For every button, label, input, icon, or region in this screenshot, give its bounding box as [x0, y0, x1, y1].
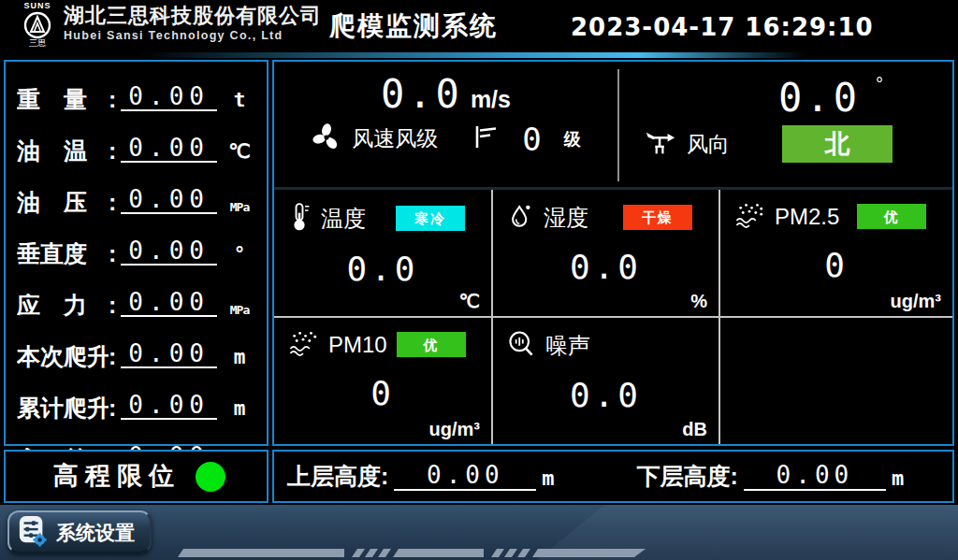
elevation-limit-panel: 高程限位 — [4, 450, 269, 503]
status-badge: 寒冷 — [396, 206, 465, 231]
wind-speed-sub: 风速风级 0 级 — [274, 122, 617, 156]
measure-value: 0.00 — [121, 187, 217, 214]
measure-value: 0.00 — [121, 341, 217, 368]
settings-button-label: 系统设置 — [56, 523, 135, 542]
sensor-cell-pm25: PM2.5 优 0 ug/m³ — [720, 190, 952, 316]
colon: : — [731, 465, 738, 491]
measure-unit: ℃ — [222, 142, 257, 163]
wind-direction-sub: 风向 北 — [619, 125, 952, 163]
measure-row-oil-temp: 油 温: 0.00 ℃ — [17, 116, 257, 167]
measure-row-weight: 重 量: 0.00 t — [17, 65, 257, 116]
colon: : — [109, 345, 116, 368]
sensor-unit: ug/m³ — [891, 292, 941, 310]
wind-direction-block: 0.0° 风向 北 — [619, 62, 952, 187]
wind-section: 0.0m/s 风速风级 — [274, 62, 952, 190]
measurements-panel: 重 量: 0.00 t 油 温: 0.00 ℃ 油 压: 0.00 MPa 垂直… — [4, 60, 269, 446]
logo-icon — [23, 11, 51, 39]
sensor-value: 0 — [733, 249, 939, 282]
logo-text-top: SUNS — [15, 2, 60, 10]
measure-label: 重 量 — [17, 88, 109, 111]
datetime-display: 2023-04-17 16:29:10 — [571, 15, 874, 39]
measure-value: 0.00 — [121, 136, 217, 163]
sensor-value: 0.0 — [506, 379, 705, 412]
wind-speed-line: 0.0m/s — [274, 75, 617, 114]
lower-level-unit: m — [892, 468, 904, 491]
company-name-en: Hubei Sansi Technology Co., Ltd — [64, 30, 322, 42]
status-badge: 优 — [857, 204, 926, 229]
sensor-unit: ℃ — [459, 292, 480, 310]
measure-row-stress: 应 力: 0.00 MPa — [17, 270, 257, 322]
measure-label: 本次爬升 — [17, 345, 109, 368]
cell-head: 噪声 — [506, 329, 705, 362]
measure-value: 0.00 — [121, 393, 217, 420]
droplet-icon — [506, 201, 534, 234]
upper-level-unit: m — [542, 468, 554, 491]
fan-icon — [311, 122, 342, 156]
status-badge: 优 — [397, 332, 466, 357]
dust-icon — [733, 201, 765, 232]
measure-unit: t — [222, 91, 257, 111]
wind-direction-unit: ° — [876, 74, 883, 94]
footer-bar: 系统设置 — [0, 505, 958, 560]
sensor-label: 噪声 — [545, 335, 590, 357]
measure-unit: MPa — [222, 201, 257, 214]
header: SUNS 三思 湖北三思科技股份有限公司 Hubei Sansi Technol… — [0, 0, 958, 51]
wind-speed-unit: m/s — [471, 86, 511, 112]
measure-label: 累计爬升 — [17, 396, 109, 420]
sensor-label: PM10 — [328, 334, 387, 356]
colon: : — [109, 191, 116, 214]
sensor-unit: % — [690, 292, 707, 310]
wind-level-flag-icon — [473, 124, 498, 153]
wind-direction-line: 0.0° — [619, 75, 952, 118]
measure-unit: ° — [222, 245, 257, 266]
sensor-label: PM2.5 — [775, 206, 839, 228]
levels-panel: 上层高度 : 0.00 m 下层高度 : 0.00 m — [272, 450, 954, 503]
colon: : — [109, 396, 116, 420]
measure-value: 0.00 — [121, 84, 217, 111]
settings-sliders-icon — [18, 514, 48, 551]
sensor-cell-temperature: 温度 寒冷 0.0 ℃ — [274, 190, 491, 316]
dust-icon — [287, 329, 319, 360]
system-settings-button[interactable]: 系统设置 — [7, 510, 152, 553]
sensor-value: 0 — [287, 377, 478, 410]
sensor-label: 温度 — [321, 208, 366, 230]
wind-vane-icon — [644, 128, 677, 161]
company-names: 湖北三思科技股份有限公司 Hubei Sansi Technology Co.,… — [64, 6, 322, 42]
elevation-limit-indicator — [196, 462, 225, 492]
sensor-unit: dB — [682, 420, 707, 438]
status-badge: 干燥 — [623, 205, 692, 230]
wind-speed-value: 0.0 — [381, 71, 463, 117]
measure-unit: m — [222, 399, 257, 420]
measure-label: 应 力 — [17, 294, 109, 317]
measure-label: 垂直度 — [17, 242, 109, 266]
cell-head: 温度 寒冷 — [287, 201, 478, 236]
sensor-value: 0.0 — [506, 251, 705, 284]
measure-label: 油 压 — [17, 191, 109, 214]
measure-row-verticality: 垂直度: 0.00 ° — [17, 219, 257, 270]
measure-row-total-climb: 累计爬升: 0.00 m — [17, 373, 257, 424]
upper-level-value: 0.00 — [394, 463, 536, 491]
colon: : — [109, 242, 116, 266]
elevation-limit-label: 高程限位 — [47, 464, 181, 489]
colon: : — [109, 139, 116, 163]
sensor-grid: 温度 寒冷 0.0 ℃ 湿度 干燥 — [274, 190, 952, 444]
sensor-value: 0.0 — [287, 252, 478, 286]
monitor-screen: SUNS 三思 湖北三思科技股份有限公司 Hubei Sansi Technol… — [0, 0, 958, 560]
colon: : — [109, 88, 116, 111]
cell-head: PM2.5 优 — [733, 201, 939, 232]
logo-text-bottom: 三思 — [15, 39, 60, 48]
header-divider — [138, 52, 806, 58]
lower-level-value: 0.00 — [744, 463, 886, 491]
sensor-cell-noise: 噪声 0.0 dB — [493, 318, 718, 444]
sensor-cell-empty — [720, 318, 952, 444]
sensor-cell-pm10: PM10 优 0 ug/m³ — [274, 318, 491, 444]
wind-direction-label: 风向 — [687, 134, 730, 155]
cell-head: 湿度 干燥 — [506, 201, 705, 234]
company-logo: SUNS 三思 — [15, 2, 60, 48]
colon: : — [109, 294, 116, 317]
wind-direction-badge: 北 — [782, 125, 893, 163]
lower-level-group: 下层高度 : 0.00 m — [637, 463, 905, 491]
measure-unit: m — [222, 348, 257, 368]
measure-value: 0.00 — [121, 238, 217, 266]
wind-level-value: 0 — [522, 123, 541, 155]
